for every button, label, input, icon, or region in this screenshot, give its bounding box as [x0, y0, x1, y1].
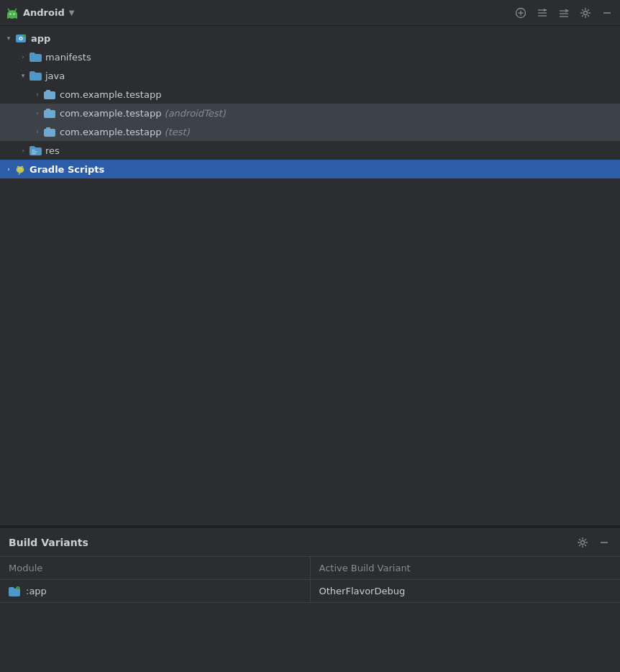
build-variants-panel: Build Variants Module Active Build Varia…: [0, 528, 620, 672]
tree-item-res[interactable]: › res: [0, 141, 620, 160]
expand-all-button[interactable]: [557, 6, 571, 20]
svg-rect-26: [46, 109, 50, 111]
java-folder-icon: [29, 69, 42, 82]
module-cell: :app: [0, 580, 310, 603]
svg-rect-31: [32, 153, 36, 154]
minimize-button[interactable]: [600, 6, 614, 20]
tree-item-pkg1[interactable]: › com.example.testapp: [0, 85, 620, 104]
header-left: Android ▼: [6, 6, 74, 19]
variant-cell[interactable]: OtherFlavorDebug: [310, 580, 620, 603]
svg-line-4: [9, 9, 10, 11]
build-variants-minimize-button[interactable]: [597, 535, 611, 550]
build-variants-table: Module Active Build Variant :app OtherFl…: [0, 557, 620, 603]
pkg3-label: com.example.testapp (test): [60, 127, 190, 137]
settings-button[interactable]: [578, 6, 593, 20]
res-label: res: [45, 145, 60, 156]
svg-rect-7: [16, 16, 17, 19]
tree-item-java[interactable]: ▾ java: [0, 66, 620, 85]
dropdown-arrow[interactable]: ▼: [69, 9, 75, 17]
chevron-manifests[interactable]: ›: [17, 53, 29, 60]
svg-rect-28: [46, 127, 50, 130]
chevron-pkg1[interactable]: ›: [32, 91, 43, 98]
app-module-icon: [14, 32, 27, 45]
pkg1-label: com.example.testapp: [60, 89, 161, 100]
file-tree: ▾ app › manifests: [0, 26, 620, 525]
module-folder-icon: [9, 586, 20, 596]
chevron-pkg2[interactable]: ›: [32, 109, 43, 117]
collapse-all-button[interactable]: [535, 6, 550, 20]
module-column-header: Module: [0, 557, 310, 580]
svg-rect-23: [44, 91, 55, 99]
svg-rect-6: [7, 16, 9, 19]
build-variants-title: Build Variants: [9, 537, 88, 548]
svg-rect-30: [32, 152, 37, 153]
java-label: java: [45, 71, 65, 81]
panel-header: Android ▼: [0, 0, 620, 26]
header-icons: [514, 6, 614, 20]
manifests-label: manifests: [45, 52, 91, 63]
chevron-pkg3[interactable]: ›: [32, 128, 43, 135]
table-header-row: Module Active Build Variant: [0, 557, 620, 580]
svg-point-41: [581, 540, 585, 544]
tree-item-gradle[interactable]: › Gradle Scripts: [0, 160, 620, 178]
pkg1-icon: [43, 88, 56, 101]
pkg2-label: com.example.testapp (androidTest): [60, 108, 226, 119]
chevron-app[interactable]: ▾: [3, 35, 14, 42]
svg-point-40: [22, 168, 22, 169]
chevron-gradle[interactable]: ›: [3, 165, 14, 173]
build-variants-settings-button[interactable]: [575, 535, 590, 550]
chevron-java[interactable]: ▾: [17, 72, 29, 79]
svg-line-5: [15, 9, 17, 11]
tree-item-app[interactable]: ▾ app: [0, 29, 620, 47]
file-tree-panel: Android ▼: [0, 0, 620, 525]
svg-rect-1: [7, 13, 17, 18]
svg-point-2: [10, 13, 12, 14]
android-icon: [6, 6, 19, 19]
table-row[interactable]: :app OtherFlavorDebug: [0, 580, 620, 603]
svg-rect-25: [44, 110, 55, 118]
variant-column-header: Active Build Variant: [310, 557, 620, 580]
svg-rect-29: [32, 150, 35, 150]
svg-point-3: [14, 13, 15, 14]
svg-rect-24: [46, 90, 50, 92]
svg-point-17: [584, 11, 588, 14]
manifests-folder-icon: [29, 50, 42, 63]
svg-point-22: [24, 35, 25, 37]
tree-item-manifests[interactable]: › manifests: [0, 47, 620, 66]
svg-rect-27: [44, 129, 55, 137]
panel-title: Android: [23, 7, 65, 18]
tree-item-pkg2[interactable]: › com.example.testapp (androidTest): [0, 104, 620, 122]
res-folder-icon: [29, 144, 42, 157]
tree-item-pkg3[interactable]: › com.example.testapp (test): [0, 122, 620, 141]
gradle-label: Gradle Scripts: [29, 164, 104, 175]
svg-point-39: [19, 168, 19, 169]
build-variants-icons: [575, 535, 611, 550]
pkg2-icon: [43, 106, 56, 119]
svg-point-44: [17, 587, 19, 589]
gradle-icon: [14, 163, 26, 175]
pkg3-icon: [43, 125, 56, 138]
app-label: app: [31, 33, 50, 44]
build-variants-header: Build Variants: [0, 528, 620, 557]
chevron-res[interactable]: ›: [17, 147, 29, 154]
add-scope-button[interactable]: [514, 6, 528, 20]
